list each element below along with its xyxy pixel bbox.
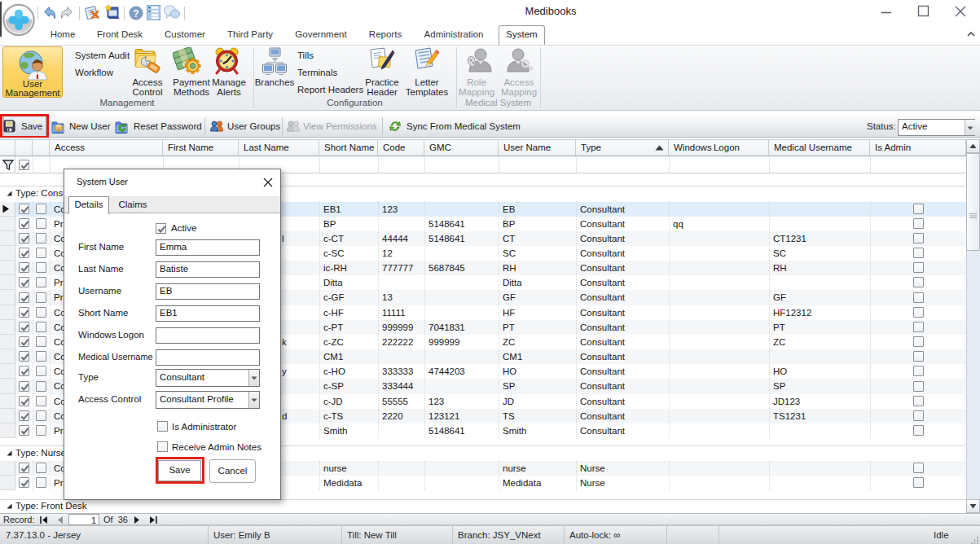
svg-text:?: ?	[133, 8, 138, 20]
